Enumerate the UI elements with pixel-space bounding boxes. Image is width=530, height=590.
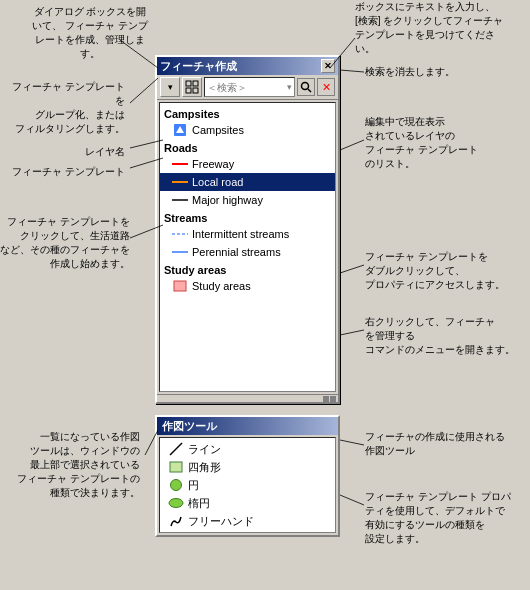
- toolbar-menu-button[interactable]: ▾: [160, 77, 180, 97]
- rect-icon: [168, 460, 184, 474]
- dialog-toolbar: ▾ ▾ ✕: [157, 75, 338, 100]
- resize-bar: [157, 394, 338, 402]
- svg-line-5: [308, 89, 311, 92]
- svg-rect-0: [186, 81, 191, 86]
- svg-line-29: [340, 440, 364, 445]
- svg-rect-1: [193, 81, 198, 86]
- line-label: ライン: [188, 442, 221, 457]
- majorhighway-item[interactable]: Major highway: [160, 191, 335, 209]
- svg-line-27: [340, 330, 364, 335]
- annotation-tool-list: 一覧になっている作図ツールは、ウィンドウの最上部で選択されているフィーチャ テン…: [0, 430, 140, 500]
- svg-point-16: [171, 480, 182, 491]
- ellipse-label: 楕円: [188, 496, 210, 511]
- intermittent-icon: [172, 228, 188, 240]
- search-box: ▾: [204, 77, 295, 97]
- line-icon: [168, 442, 184, 456]
- annotation-drawing-tools: フィーチャの作成に使用される作図ツール: [365, 430, 520, 458]
- search-button[interactable]: [297, 78, 315, 96]
- close-button[interactable]: ✕: [321, 59, 335, 73]
- svg-point-17: [169, 499, 183, 508]
- ellipse-icon: [168, 496, 184, 510]
- tools-title-text: 作図ツール: [162, 419, 217, 434]
- ellipse-tool[interactable]: 楕円: [160, 494, 335, 512]
- svg-line-26: [340, 265, 364, 273]
- circle-label: 円: [188, 478, 199, 493]
- circle-icon: [168, 478, 184, 492]
- campsites-item[interactable]: Campsites: [160, 121, 335, 139]
- layer-list: Campsites Campsites Roads Freeway: [159, 102, 336, 392]
- annotation-feature-template: フィーチャ テンプレート: [5, 165, 125, 179]
- svg-rect-13: [174, 281, 186, 291]
- intermittent-item[interactable]: Intermittent streams: [160, 225, 335, 243]
- tools-panel-title: 作図ツール: [157, 417, 338, 435]
- localroad-item[interactable]: Local road: [160, 173, 335, 191]
- annotation-group: フィーチャ テンプレートをグループ化、またはフィルタリングします。: [5, 80, 125, 136]
- clear-search-button[interactable]: ✕: [317, 78, 335, 96]
- annotation-top-dialog: ダイアログ ボックスを開いて、 フィーチャ テンプレートを作成、管理します。: [30, 5, 150, 61]
- freeway-item[interactable]: Freeway: [160, 155, 335, 173]
- line-tool[interactable]: ライン: [160, 440, 335, 458]
- rect-tool[interactable]: 四角形: [160, 458, 335, 476]
- dialog-title: フィーチャ作成: [160, 59, 237, 74]
- annotation-top-search: ボックスにテキストを入力し、[検索] をクリックしてフィーチャテンプレートを見つ…: [355, 0, 510, 56]
- studyareas-item[interactable]: Study areas: [160, 277, 335, 295]
- svg-line-24: [340, 70, 364, 72]
- studyareas-icon: [172, 280, 188, 292]
- studyareas-group: Study areas: [160, 261, 335, 277]
- svg-rect-9: [172, 181, 188, 183]
- annotation-template-props: フィーチャ テンプレート プロパティを使用して、デフォルトで有効にするツールの種…: [365, 490, 520, 546]
- perennial-icon: [172, 246, 188, 258]
- svg-line-14: [170, 443, 182, 455]
- freehand-label: フリーハンド: [188, 514, 254, 529]
- freehand-icon: [168, 514, 184, 528]
- svg-rect-3: [193, 88, 198, 93]
- localroad-icon: [172, 176, 188, 188]
- annotation-layer-list: 編集中で現在表示されているレイヤのフィーチャ テンプレートのリスト。: [365, 115, 520, 171]
- campsites-icon: [172, 124, 188, 136]
- streams-group: Streams: [160, 209, 335, 225]
- feature-create-dialog: フィーチャ作成 ✕ ▾ ▾ ✕ Campsites: [155, 55, 340, 404]
- freehand-tool[interactable]: フリーハンド: [160, 512, 335, 530]
- svg-rect-10: [172, 199, 188, 201]
- roads-group: Roads: [160, 139, 335, 155]
- svg-rect-15: [170, 462, 182, 472]
- resize-handle[interactable]: [323, 396, 336, 402]
- perennial-item[interactable]: Perennial streams: [160, 243, 335, 261]
- annotation-click-template: フィーチャ テンプレートをクリックして、生活道路など、その種のフィーチャを作成し…: [0, 215, 130, 271]
- annotation-clear-search: 検索を消去します。: [365, 65, 520, 79]
- majorhighway-icon: [172, 194, 188, 206]
- svg-line-30: [340, 495, 364, 505]
- svg-line-20: [130, 78, 158, 103]
- campsites-group: Campsites: [160, 105, 335, 121]
- rect-label: 四角形: [188, 460, 221, 475]
- svg-point-4: [302, 83, 309, 90]
- drawing-tools-panel: 作図ツール ライン 四角形: [155, 415, 340, 537]
- toolbar-organize-button[interactable]: [182, 77, 202, 97]
- tools-list: ライン 四角形 円: [159, 437, 336, 533]
- annotation-double-click: フィーチャ テンプレートをダブルクリックして、プロパティにアクセスします。: [365, 250, 520, 292]
- svg-rect-8: [172, 163, 188, 165]
- svg-line-25: [340, 140, 364, 150]
- circle-tool[interactable]: 円: [160, 476, 335, 494]
- freeway-icon: [172, 158, 188, 170]
- annotation-right-click: 右クリックして、フィーチャを管理するコマンドのメニューを開きます。: [365, 315, 520, 357]
- search-input[interactable]: [207, 82, 287, 93]
- annotation-layer-name: レイヤ名: [5, 145, 125, 159]
- dialog-titlebar: フィーチャ作成 ✕: [157, 57, 338, 75]
- svg-rect-2: [186, 88, 191, 93]
